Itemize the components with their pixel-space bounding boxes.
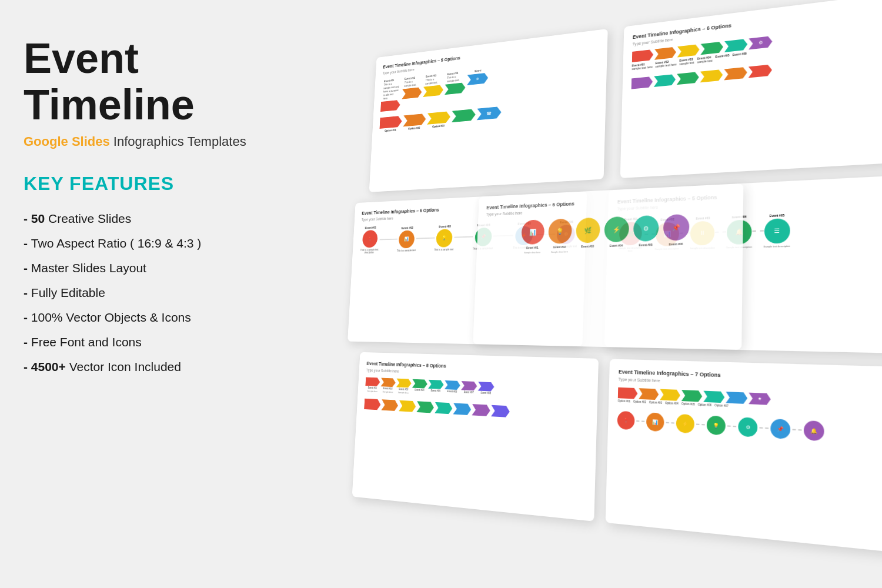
main-title: Event Timeline	[24, 35, 270, 128]
slide-card-2: Event Timeline Infographics – 6 Options …	[620, 0, 882, 178]
slide-inner-7: Event Timeline Infographics – 6 Options …	[473, 183, 743, 350]
slide-inner-5: Event Timeline Infographics – 8 Options …	[352, 352, 599, 522]
slides-preview-container: Event Timeline Infographics – 5 Options …	[335, 0, 882, 588]
event-col-3: Event #03This is a sample text.	[422, 73, 444, 108]
feature-item-2: Two Aspect Ratio ( 16:9 & 4:3 )	[24, 231, 270, 256]
feature-item-1: 50 Creative Slides	[24, 206, 270, 231]
slide-inner-1: Event Timeline Infographics – 5 Options …	[369, 29, 608, 192]
subtitle-rest: Infographics Templates	[110, 134, 246, 149]
event-col-2: Event #02This is a sample text.	[401, 75, 422, 109]
feature-item-3: Master Slides Layout	[24, 256, 270, 280]
slide-inner-2: Event Timeline Infographics – 6 Options …	[620, 0, 882, 178]
brand-name: Google Slides	[24, 134, 110, 149]
slide-card-1: Event Timeline Infographics – 5 Options …	[369, 29, 608, 192]
features-list: 50 Creative Slides Two Aspect Ratio ( 16…	[24, 206, 270, 379]
slide-inner-6: Event Timeline Infographics – 7 Options …	[606, 359, 882, 554]
feature-item-6: Free Font and Icons	[24, 330, 270, 355]
feature-item-5: 100% Vector Objects & Icons	[24, 305, 270, 330]
feature-item-4: Fully Editable	[24, 280, 270, 305]
key-features-heading: KEY FEATURES	[24, 173, 270, 195]
event-col-1: Event #01This is a sample text and have …	[380, 78, 402, 112]
event-col-5: Event ⊕	[466, 68, 489, 103]
slide-card-6: Event Timeline Infographics – 7 Options …	[606, 359, 882, 554]
flower-layout: 📊 Event #01 Sample desc here 💡 Event #02…	[485, 212, 733, 255]
subtitle-line: Google Slides Infographics Templates	[24, 134, 270, 149]
left-panel: Event Timeline Google Slides Infographic…	[24, 35, 270, 379]
slide-card-5: Event Timeline Infographics – 8 Options …	[352, 352, 599, 522]
feature-item-7: 4500+ Vector Icon Included	[24, 355, 270, 379]
event-col-4: Event #04This is a sample text.	[444, 71, 466, 106]
slide-card-7: Event Timeline Infographics – 6 Options …	[473, 183, 743, 350]
